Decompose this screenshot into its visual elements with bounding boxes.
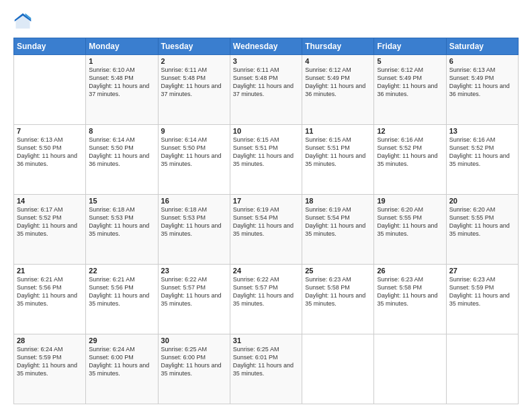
logo-icon bbox=[13, 12, 32, 31]
calendar-cell: 27Sunrise: 6:23 AM Sunset: 5:59 PM Dayli… bbox=[446, 265, 518, 334]
day-info: Sunrise: 6:12 AM Sunset: 5:49 PM Dayligh… bbox=[305, 66, 371, 99]
calendar-week-3: 14Sunrise: 6:17 AM Sunset: 5:52 PM Dayli… bbox=[14, 195, 519, 265]
day-info: Sunrise: 6:20 AM Sunset: 5:55 PM Dayligh… bbox=[449, 205, 515, 238]
day-info: Sunrise: 6:21 AM Sunset: 5:56 PM Dayligh… bbox=[17, 275, 83, 308]
day-info: Sunrise: 6:16 AM Sunset: 5:52 PM Dayligh… bbox=[449, 136, 515, 169]
calendar-cell: 16Sunrise: 6:18 AM Sunset: 5:53 PM Dayli… bbox=[158, 195, 230, 265]
day-info: Sunrise: 6:14 AM Sunset: 5:50 PM Dayligh… bbox=[161, 136, 227, 169]
header bbox=[13, 12, 519, 31]
day-info: Sunrise: 6:17 AM Sunset: 5:52 PM Dayligh… bbox=[17, 205, 83, 238]
calendar-cell: 1Sunrise: 6:10 AM Sunset: 5:48 PM Daylig… bbox=[86, 55, 158, 125]
day-number: 21 bbox=[17, 267, 83, 275]
weekday-header-row: SundayMondayTuesdayWednesdayThursdayFrid… bbox=[14, 38, 519, 55]
calendar-cell: 3Sunrise: 6:11 AM Sunset: 5:48 PM Daylig… bbox=[230, 55, 302, 125]
day-number: 18 bbox=[305, 197, 371, 205]
day-info: Sunrise: 6:15 AM Sunset: 5:51 PM Dayligh… bbox=[233, 136, 299, 169]
calendar-cell: 25Sunrise: 6:23 AM Sunset: 5:58 PM Dayli… bbox=[302, 265, 374, 334]
calendar-cell: 15Sunrise: 6:18 AM Sunset: 5:53 PM Dayli… bbox=[86, 195, 158, 265]
weekday-header-saturday: Saturday bbox=[446, 38, 518, 55]
day-info: Sunrise: 6:22 AM Sunset: 5:57 PM Dayligh… bbox=[233, 275, 299, 308]
day-info: Sunrise: 6:13 AM Sunset: 5:50 PM Dayligh… bbox=[17, 136, 83, 169]
calendar-week-4: 21Sunrise: 6:21 AM Sunset: 5:56 PM Dayli… bbox=[14, 265, 519, 334]
weekday-header-monday: Monday bbox=[86, 38, 158, 55]
calendar-cell: 7Sunrise: 6:13 AM Sunset: 5:50 PM Daylig… bbox=[14, 125, 86, 195]
day-number: 30 bbox=[161, 336, 227, 345]
weekday-header-thursday: Thursday bbox=[302, 38, 374, 55]
day-info: Sunrise: 6:23 AM Sunset: 5:59 PM Dayligh… bbox=[449, 275, 515, 308]
calendar-cell: 11Sunrise: 6:15 AM Sunset: 5:51 PM Dayli… bbox=[302, 125, 374, 195]
day-number: 16 bbox=[161, 197, 227, 205]
calendar-cell: 18Sunrise: 6:19 AM Sunset: 5:54 PM Dayli… bbox=[302, 195, 374, 265]
day-info: Sunrise: 6:25 AM Sunset: 6:00 PM Dayligh… bbox=[161, 345, 227, 378]
day-number: 15 bbox=[89, 197, 154, 205]
calendar-cell bbox=[14, 55, 86, 125]
calendar-cell: 10Sunrise: 6:15 AM Sunset: 5:51 PM Dayli… bbox=[230, 125, 302, 195]
day-info: Sunrise: 6:22 AM Sunset: 5:57 PM Dayligh… bbox=[161, 275, 227, 308]
calendar-week-5: 28Sunrise: 6:24 AM Sunset: 5:59 PM Dayli… bbox=[14, 334, 519, 404]
calendar-cell: 23Sunrise: 6:22 AM Sunset: 5:57 PM Dayli… bbox=[158, 265, 230, 334]
day-info: Sunrise: 6:19 AM Sunset: 5:54 PM Dayligh… bbox=[233, 205, 299, 238]
day-number: 9 bbox=[161, 127, 227, 135]
day-number: 7 bbox=[17, 127, 83, 135]
calendar-cell: 2Sunrise: 6:11 AM Sunset: 5:48 PM Daylig… bbox=[158, 55, 230, 125]
day-number: 13 bbox=[449, 127, 515, 135]
day-number: 20 bbox=[449, 197, 515, 205]
calendar-week-2: 7Sunrise: 6:13 AM Sunset: 5:50 PM Daylig… bbox=[14, 125, 519, 195]
day-info: Sunrise: 6:10 AM Sunset: 5:48 PM Dayligh… bbox=[89, 66, 154, 99]
day-number: 12 bbox=[377, 127, 443, 135]
day-info: Sunrise: 6:18 AM Sunset: 5:53 PM Dayligh… bbox=[89, 205, 154, 238]
day-number: 3 bbox=[233, 57, 299, 65]
day-info: Sunrise: 6:23 AM Sunset: 5:58 PM Dayligh… bbox=[377, 275, 443, 308]
weekday-header-tuesday: Tuesday bbox=[158, 38, 230, 55]
day-info: Sunrise: 6:11 AM Sunset: 5:48 PM Dayligh… bbox=[161, 66, 227, 99]
day-number: 2 bbox=[161, 57, 227, 65]
calendar-cell bbox=[302, 334, 374, 404]
calendar-cell: 9Sunrise: 6:14 AM Sunset: 5:50 PM Daylig… bbox=[158, 125, 230, 195]
day-info: Sunrise: 6:14 AM Sunset: 5:50 PM Dayligh… bbox=[89, 136, 154, 169]
day-number: 28 bbox=[17, 336, 83, 345]
day-number: 19 bbox=[377, 197, 443, 205]
day-info: Sunrise: 6:18 AM Sunset: 5:53 PM Dayligh… bbox=[161, 205, 227, 238]
page: SundayMondayTuesdayWednesdayThursdayFrid… bbox=[0, 0, 532, 411]
day-number: 10 bbox=[233, 127, 299, 135]
calendar-cell bbox=[446, 334, 518, 404]
day-number: 17 bbox=[233, 197, 299, 205]
calendar-cell: 22Sunrise: 6:21 AM Sunset: 5:56 PM Dayli… bbox=[86, 265, 158, 334]
calendar-cell: 29Sunrise: 6:24 AM Sunset: 6:00 PM Dayli… bbox=[86, 334, 158, 404]
day-number: 22 bbox=[89, 267, 154, 275]
calendar-cell bbox=[374, 334, 446, 404]
day-info: Sunrise: 6:11 AM Sunset: 5:48 PM Dayligh… bbox=[233, 66, 299, 99]
calendar-cell: 13Sunrise: 6:16 AM Sunset: 5:52 PM Dayli… bbox=[446, 125, 518, 195]
day-info: Sunrise: 6:13 AM Sunset: 5:49 PM Dayligh… bbox=[449, 66, 515, 99]
calendar-cell: 17Sunrise: 6:19 AM Sunset: 5:54 PM Dayli… bbox=[230, 195, 302, 265]
calendar-cell: 6Sunrise: 6:13 AM Sunset: 5:49 PM Daylig… bbox=[446, 55, 518, 125]
day-number: 4 bbox=[305, 57, 371, 65]
calendar-week-1: 1Sunrise: 6:10 AM Sunset: 5:48 PM Daylig… bbox=[14, 55, 519, 125]
weekday-header-friday: Friday bbox=[374, 38, 446, 55]
calendar-cell: 19Sunrise: 6:20 AM Sunset: 5:55 PM Dayli… bbox=[374, 195, 446, 265]
day-number: 5 bbox=[377, 57, 443, 65]
logo bbox=[13, 12, 35, 31]
day-info: Sunrise: 6:16 AM Sunset: 5:52 PM Dayligh… bbox=[377, 136, 443, 169]
calendar-table: SundayMondayTuesdayWednesdayThursdayFrid… bbox=[13, 38, 519, 404]
day-info: Sunrise: 6:25 AM Sunset: 6:01 PM Dayligh… bbox=[233, 345, 299, 378]
calendar-cell: 8Sunrise: 6:14 AM Sunset: 5:50 PM Daylig… bbox=[86, 125, 158, 195]
day-number: 31 bbox=[233, 336, 299, 345]
day-info: Sunrise: 6:24 AM Sunset: 5:59 PM Dayligh… bbox=[17, 345, 83, 378]
weekday-header-wednesday: Wednesday bbox=[230, 38, 302, 55]
day-number: 23 bbox=[161, 267, 227, 275]
day-number: 14 bbox=[17, 197, 83, 205]
weekday-header-sunday: Sunday bbox=[14, 38, 86, 55]
day-info: Sunrise: 6:12 AM Sunset: 5:49 PM Dayligh… bbox=[377, 66, 443, 99]
day-info: Sunrise: 6:20 AM Sunset: 5:55 PM Dayligh… bbox=[377, 205, 443, 238]
calendar-cell: 14Sunrise: 6:17 AM Sunset: 5:52 PM Dayli… bbox=[14, 195, 86, 265]
calendar-cell: 12Sunrise: 6:16 AM Sunset: 5:52 PM Dayli… bbox=[374, 125, 446, 195]
day-info: Sunrise: 6:15 AM Sunset: 5:51 PM Dayligh… bbox=[305, 136, 371, 169]
day-info: Sunrise: 6:21 AM Sunset: 5:56 PM Dayligh… bbox=[89, 275, 154, 308]
day-number: 25 bbox=[305, 267, 371, 275]
day-info: Sunrise: 6:24 AM Sunset: 6:00 PM Dayligh… bbox=[89, 345, 154, 378]
day-number: 24 bbox=[233, 267, 299, 275]
day-number: 1 bbox=[89, 57, 154, 65]
calendar-cell: 26Sunrise: 6:23 AM Sunset: 5:58 PM Dayli… bbox=[374, 265, 446, 334]
calendar-cell: 5Sunrise: 6:12 AM Sunset: 5:49 PM Daylig… bbox=[374, 55, 446, 125]
